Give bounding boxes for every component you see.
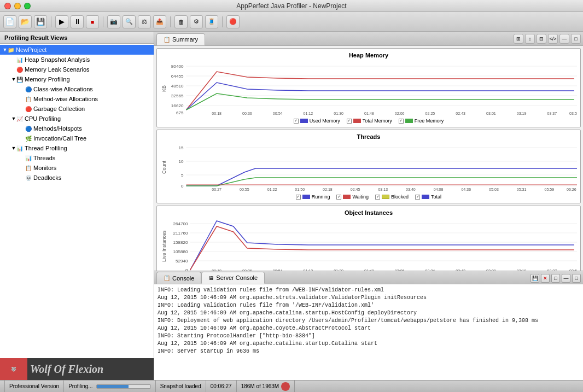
console-line-1: Aug 12, 2015 10:46:09 AM org.apache.stru… xyxy=(158,294,580,302)
heap-free-checkbox[interactable]: ✓ xyxy=(399,119,404,124)
threads-waiting-checkbox[interactable]: ✓ xyxy=(336,195,341,200)
threads-total-checkbox[interactable]: ✓ xyxy=(415,195,420,200)
console-icon: 📋 xyxy=(164,275,170,281)
sidebar-label-cpu-profiling: CPU Profiling xyxy=(25,115,61,122)
settings-button[interactable]: ⚙ xyxy=(190,15,203,28)
minimize-button[interactable] xyxy=(14,3,21,9)
gc-button[interactable]: 🗑 xyxy=(174,15,188,28)
svg-text:05:31: 05:31 xyxy=(517,188,527,191)
tab-control-btn1[interactable]: ⊞ xyxy=(514,34,523,44)
db-button[interactable]: 🔴 xyxy=(226,15,240,28)
heap-legend: ✓ Used Memory ✓ Total Memory ✓ Fr xyxy=(160,118,577,124)
svg-text:02:42: 02:42 xyxy=(456,269,465,271)
status-memory: 186M of 1963M xyxy=(237,381,295,392)
analyze-button[interactable]: 🔍 xyxy=(123,15,136,28)
charts-area: Heap Memory KB xyxy=(154,46,583,271)
svg-text:03:13: 03:13 xyxy=(378,188,388,191)
close-button[interactable] xyxy=(4,3,11,9)
tab-control-btn2[interactable]: ↕ xyxy=(525,34,535,44)
sidebar-item-method-allocations[interactable]: 📋 Method-wise Allocations xyxy=(0,94,154,104)
sidebar-item-threads[interactable]: 📊 Threads xyxy=(0,153,154,163)
threads-total-color xyxy=(422,195,429,199)
tree-toggle-memory-profiling[interactable]: ▼ xyxy=(11,77,16,82)
tree-toggle-cpu-profiling[interactable]: ▼ xyxy=(11,116,16,121)
threads-inner: 15 10 5 0 00:27 00:55 01:22 01:50 02:18 xyxy=(167,142,577,192)
console-clear-button[interactable]: ✕ xyxy=(541,274,550,283)
tab-summary[interactable]: 📋 Summary xyxy=(156,33,205,45)
sidebar-item-memory-profiling[interactable]: ▼ 💾 Memory Profiling xyxy=(0,74,154,84)
sidebar-item-invocation-call-tree[interactable]: 🌿 Invocation/Call Tree xyxy=(0,133,154,143)
svg-text:02:06: 02:06 xyxy=(395,112,405,115)
sidebar-item-class-allocations[interactable]: 🔵 Class-wise Allocations xyxy=(0,84,154,94)
thread-icon: 📊 xyxy=(16,145,23,151)
tree-toggle-new-project[interactable]: ▼ xyxy=(2,47,8,52)
compare-button[interactable]: ⚖ xyxy=(138,15,151,28)
tab-control-minimize[interactable]: — xyxy=(559,34,569,44)
sidebar-item-methods-hotspots[interactable]: 🔵 Methods/Hotspots xyxy=(0,124,154,133)
svg-text:03:40: 03:40 xyxy=(406,188,416,191)
snapshot-button[interactable]: 📷 xyxy=(107,15,120,28)
new-button[interactable]: 📄 xyxy=(3,15,16,28)
hotspot-icon: 🔵 xyxy=(25,126,32,132)
summary-tab-icon: 📋 xyxy=(164,37,170,43)
svg-text:15: 15 xyxy=(178,145,184,150)
threads-chart: Threads Count 15 xyxy=(156,130,581,203)
tab-summary-label: Summary xyxy=(172,36,198,43)
sidebar-item-memory-leak[interactable]: 🔴 Memory Leak Scenarios xyxy=(0,65,154,74)
heap-total-checkbox[interactable]: ✓ xyxy=(347,119,352,124)
heap-legend-used: ✓ Used Memory xyxy=(294,118,340,124)
sidebar-item-monitors[interactable]: 📋 Monitors xyxy=(0,163,154,173)
export-button[interactable]: 📤 xyxy=(153,15,166,28)
svg-text:00:18: 00:18 xyxy=(212,269,221,271)
tab-server-console[interactable]: 🖥 Server Console xyxy=(201,272,265,284)
sidebar-item-new-project[interactable]: ▼ 📁 NewProject xyxy=(0,45,154,55)
tree-toggle-thread-profiling[interactable]: ▼ xyxy=(11,145,16,151)
svg-text:01:22: 01:22 xyxy=(267,188,277,191)
play-button[interactable]: ▶ xyxy=(55,15,68,28)
method-icon: 📋 xyxy=(25,96,32,102)
threads-running-checkbox[interactable]: ✓ xyxy=(296,195,301,200)
svg-text:64455: 64455 xyxy=(171,74,184,79)
tab-console[interactable]: 📋 Console xyxy=(156,272,201,284)
tab-control-btn3[interactable]: ⊟ xyxy=(537,34,546,44)
objects-title: Object Instances xyxy=(160,209,577,216)
tab-control-btn4[interactable]: </> xyxy=(548,34,558,44)
objects-y-label: Live Instances xyxy=(160,218,167,271)
svg-text:01:48: 01:48 xyxy=(364,269,374,271)
sidebar-item-thread-profiling[interactable]: ▼ 📊 Thread Profiling xyxy=(0,143,154,153)
svg-text:02:18: 02:18 xyxy=(323,188,333,191)
console-maximize-button[interactable]: □ xyxy=(572,274,581,283)
memory-profiling-icon: 💾 xyxy=(16,77,23,83)
save-button[interactable]: 💾 xyxy=(34,15,47,28)
console-line-5: Aug 12, 2015 10:46:09 AM org.apache.coyo… xyxy=(158,325,580,332)
heap-used-checkbox[interactable]: ✓ xyxy=(294,119,299,124)
svg-text:80400: 80400 xyxy=(171,64,184,69)
sidebar-item-garbage-collection[interactable]: 🔴 Garbage Collection xyxy=(0,104,154,114)
thread-dump-button[interactable]: 🧵 xyxy=(205,15,218,28)
threads-blocked-checkbox[interactable]: ✓ xyxy=(375,195,380,200)
svg-text:5: 5 xyxy=(181,173,184,178)
svg-text:675: 675 xyxy=(176,110,184,115)
maximize-button[interactable] xyxy=(24,3,31,9)
stop-button[interactable]: ■ xyxy=(86,15,99,28)
heap-total-label: Total Memory xyxy=(363,118,392,124)
window-controls[interactable] xyxy=(4,3,31,9)
sidebar-item-cpu-profiling[interactable]: ▼ 📈 CPU Profiling xyxy=(0,114,154,124)
svg-text:211760: 211760 xyxy=(173,231,188,236)
console-content[interactable]: INFO: Loading validation rules file from… xyxy=(154,284,583,380)
threads-legend-blocked: ✓ Blocked xyxy=(375,194,409,200)
title-bar: AppPerfect Java Profiler - NewProject xyxy=(0,0,583,12)
tab-control-maximize[interactable]: □ xyxy=(571,34,581,44)
heap-memory-chart: Heap Memory KB xyxy=(156,48,581,127)
sidebar-item-heap-snapshot[interactable]: 📊 Heap Snapshot Analysis xyxy=(0,55,154,65)
svg-text:05:03: 05:03 xyxy=(489,188,499,191)
console-minimize-button[interactable]: — xyxy=(562,274,570,283)
open-button[interactable]: 📂 xyxy=(19,15,32,28)
svg-text:03:37: 03:37 xyxy=(547,112,557,115)
watermark-text: Wolf Of Flexion xyxy=(30,363,103,376)
sep1 xyxy=(51,16,51,27)
console-save-button[interactable]: 💾 xyxy=(530,274,539,283)
pause-button[interactable]: ⏸ xyxy=(71,15,84,28)
sidebar-item-deadlocks[interactable]: 💀 Deadlocks xyxy=(0,173,154,183)
console-detach-button[interactable]: □ xyxy=(551,274,560,283)
